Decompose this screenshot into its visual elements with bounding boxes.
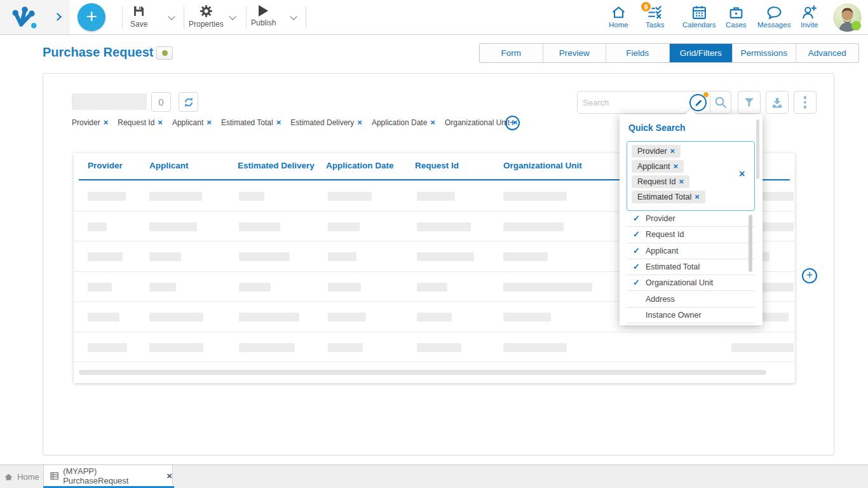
grid-column-header[interactable]: Application Date: [326, 161, 394, 170]
tab-grid-filters[interactable]: Grid/Filters: [669, 44, 733, 62]
selected-field-chip: Estimated Total: [632, 191, 705, 203]
tab-advanced[interactable]: Advanced: [796, 44, 859, 62]
briefcase-icon: [728, 4, 744, 20]
remove-filter-icon[interactable]: [158, 118, 163, 127]
grid-column-header[interactable]: Applicant: [149, 161, 189, 170]
nav-home[interactable]: Home: [609, 4, 628, 29]
publish-dropdown-chevron-icon[interactable]: [290, 13, 297, 20]
refresh-icon: [183, 97, 194, 108]
bottom-tab-bar: Home (MYAPP) PurchaseRequest: [0, 464, 868, 488]
field-option[interactable]: Address: [627, 291, 755, 307]
filter-button[interactable]: [738, 91, 761, 114]
nav-messages[interactable]: Messages: [757, 4, 790, 29]
horizontal-scrollbar[interactable]: [79, 370, 766, 375]
remove-field-icon[interactable]: [673, 162, 678, 171]
funnel-icon: [743, 96, 756, 109]
chipbox-scrollbar[interactable]: [756, 119, 759, 179]
properties-label: Properties: [189, 20, 224, 29]
create-new-button[interactable]: [78, 3, 105, 31]
publish-label: Publish: [251, 18, 276, 27]
add-filter-button[interactable]: [505, 116, 520, 130]
app-window: Save Properties Publish: [0, 0, 868, 488]
field-option[interactable]: Request Id: [627, 227, 755, 243]
remove-filter-icon[interactable]: [207, 118, 212, 127]
field-option[interactable]: Applicant: [627, 243, 755, 259]
skeleton-cell-bar: [149, 252, 181, 261]
grid-column-header[interactable]: Organizational Unit: [503, 161, 582, 170]
skeleton-cell-bar: [239, 343, 295, 352]
save-dropdown-chevron-icon[interactable]: [168, 13, 175, 20]
tab-form[interactable]: Form: [480, 44, 543, 62]
skeleton-cell-bar: [88, 222, 107, 231]
tab-preview[interactable]: Preview: [543, 44, 606, 62]
page-title: Purchase Request: [43, 45, 154, 60]
save-label: Save: [130, 20, 147, 29]
skeleton-cell-bar: [239, 283, 271, 292]
kebab-icon: [804, 96, 807, 109]
tab-fields[interactable]: Fields: [606, 44, 669, 62]
pencil-icon: [694, 98, 703, 107]
check-icon: [633, 214, 640, 223]
publish-button[interactable]: Publish: [251, 4, 276, 27]
refresh-button[interactable]: [179, 92, 198, 112]
remove-filter-icon[interactable]: [430, 118, 435, 127]
search-submit-button[interactable]: [714, 95, 728, 112]
check-icon: [633, 229, 640, 239]
remove-filter-icon[interactable]: [276, 118, 281, 127]
skeleton-cell-bar: [149, 283, 176, 292]
options-scrollbar[interactable]: [749, 215, 752, 272]
bottom-tab-home[interactable]: Home: [0, 465, 43, 488]
save-icon: [132, 4, 146, 18]
skeleton-cell-bar: [88, 192, 126, 201]
search-input[interactable]: [583, 94, 684, 111]
skeleton-cell-bar: [417, 252, 474, 261]
close-tab-icon[interactable]: [166, 470, 172, 481]
magnifier-icon: [714, 95, 728, 109]
properties-dropdown-chevron-icon[interactable]: [229, 13, 236, 20]
download-icon: [771, 96, 783, 109]
toolbar-divider: [246, 6, 247, 29]
field-option[interactable]: Estimated Total: [627, 259, 755, 275]
app-status-chip[interactable]: [156, 46, 173, 60]
status-dot-icon: [162, 50, 168, 56]
bottom-tab-purchase-request[interactable]: (MYAPP) PurchaseRequest: [43, 465, 173, 486]
filter-chip: Request Id: [118, 118, 163, 127]
nav-calendars[interactable]: Calendars: [682, 4, 715, 29]
nav-cases[interactable]: Cases: [726, 4, 747, 29]
check-icon: [633, 278, 640, 287]
remove-filter-icon[interactable]: [357, 118, 362, 127]
save-button[interactable]: Save: [130, 4, 147, 29]
remove-field-icon[interactable]: [695, 193, 700, 201]
notification-dot: [703, 92, 709, 97]
remove-field-icon[interactable]: [679, 177, 684, 186]
skeleton-cell-bar: [328, 222, 360, 231]
remove-field-icon[interactable]: [670, 147, 675, 156]
more-options-button[interactable]: [794, 91, 817, 114]
tab-permissions[interactable]: Permissions: [732, 44, 796, 62]
search-box: [577, 91, 731, 114]
nav-invite[interactable]: Invite: [801, 4, 818, 29]
field-option[interactable]: Provider: [627, 211, 755, 227]
grid-column-header[interactable]: Provider: [88, 161, 123, 170]
selected-fields-box: Provider Applicant Request Id Estimated …: [627, 141, 755, 211]
field-option[interactable]: Instance Owner: [627, 308, 755, 323]
kissflow-logo[interactable]: [10, 6, 39, 30]
skeleton-cell-bar: [88, 313, 119, 322]
record-count-box[interactable]: 0: [151, 92, 171, 112]
field-option[interactable]: Organizational Unit: [627, 275, 755, 291]
active-filter-chips: Provider Request Id Applicant Estimated …: [72, 118, 518, 127]
grid-column-header[interactable]: Request Id: [415, 161, 459, 170]
clear-all-icon[interactable]: [739, 168, 745, 180]
check-icon: [633, 262, 640, 271]
skeleton-cell-bar: [731, 343, 794, 352]
properties-button[interactable]: Properties: [189, 4, 224, 29]
grid-column-header[interactable]: Estimated Delivery: [238, 161, 315, 170]
check-icon: [633, 246, 640, 255]
nav-tasks[interactable]: 9 Tasks: [646, 4, 664, 29]
download-button[interactable]: [766, 91, 789, 114]
expand-chevron-icon[interactable]: [53, 13, 62, 21]
skeleton-cell-bar: [88, 252, 123, 261]
quick-search-dropdown: Quick Search Provider Applicant Request …: [620, 114, 763, 325]
remove-filter-icon[interactable]: [104, 118, 109, 127]
add-record-button[interactable]: [802, 268, 817, 283]
